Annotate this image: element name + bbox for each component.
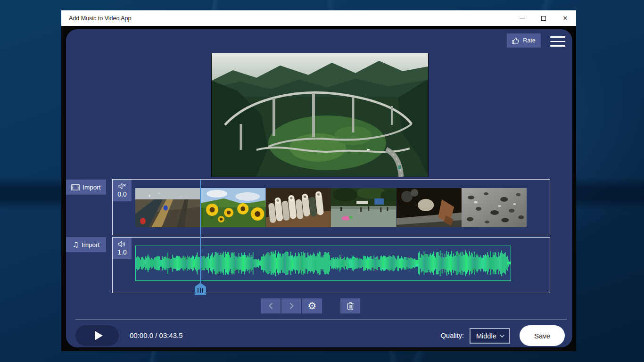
quality-dropdown[interactable]: Middle (470, 328, 510, 344)
settings-button[interactable]: ⚙ (302, 298, 322, 313)
play-icon (95, 331, 103, 340)
minimize-icon (520, 18, 525, 19)
save-label: Save (534, 332, 550, 340)
app-content-panel: Rate (66, 29, 572, 347)
delete-button[interactable] (340, 298, 360, 313)
gear-icon: ⚙ (308, 301, 317, 311)
trash-icon (347, 302, 354, 310)
audio-waveform (136, 246, 511, 280)
bottom-separator (75, 320, 567, 320)
rate-label: Rate (523, 37, 535, 44)
chevron-right-icon (289, 302, 295, 310)
import-audio-label: Import (82, 241, 99, 248)
preview-frame-image (212, 53, 428, 177)
speaker-muted-icon (118, 183, 126, 189)
close-icon: ✕ (563, 15, 568, 22)
titlebar[interactable]: Add Music to Video App ✕ (61, 10, 576, 26)
audio-track[interactable]: 1.0 (112, 237, 550, 293)
video-thumbnail-sunflowers (200, 188, 265, 227)
music-note-icon: ♫ (73, 241, 79, 248)
import-video-button[interactable]: Import (66, 180, 106, 195)
chevron-left-icon (268, 302, 274, 310)
speaker-on-icon (118, 241, 126, 247)
thumbs-up-icon (512, 37, 520, 44)
video-volume-badge[interactable]: 0.0 (113, 180, 132, 201)
app-window: Add Music to Video App ✕ Rate (61, 10, 576, 351)
close-button[interactable]: ✕ (554, 10, 576, 26)
film-icon (71, 184, 80, 190)
import-video-label: Import (83, 184, 100, 191)
hamburger-menu-button[interactable] (550, 35, 566, 48)
audio-clip-trim-handle[interactable] (507, 262, 511, 264)
video-thumbnail-strip[interactable] (135, 188, 527, 227)
import-audio-button[interactable]: ♫ Import (66, 237, 106, 252)
play-button[interactable] (75, 325, 119, 346)
audio-volume-badge[interactable]: 1.0 (113, 238, 132, 259)
rate-button[interactable]: Rate (507, 33, 541, 48)
audio-clip[interactable] (135, 246, 511, 281)
quality-value: Middle (476, 332, 496, 340)
quality-label: Quality: (396, 325, 464, 346)
next-button[interactable] (281, 298, 301, 313)
time-display: 00:00.0 / 03:43.5 (130, 325, 183, 346)
video-thumbnail-paper-rolls (266, 188, 331, 227)
hamburger-menu-icon (550, 36, 565, 38)
video-thumbnail-river (331, 188, 396, 227)
video-track[interactable]: 0.0 (112, 179, 550, 235)
chevron-down-icon (499, 334, 505, 338)
maximize-button[interactable] (533, 10, 554, 26)
video-thumbnail-closeup (396, 188, 462, 227)
maximize-icon (541, 16, 546, 21)
audio-volume-value: 1.0 (117, 248, 126, 256)
save-button[interactable]: Save (520, 325, 565, 346)
video-thumbnail-balloons (135, 188, 200, 227)
video-volume-value: 0.0 (117, 190, 126, 198)
minimize-button[interactable] (511, 10, 533, 26)
video-thumbnail-rocks (462, 188, 527, 227)
window-title: Add Music to Video App (61, 15, 132, 22)
playhead-line (200, 180, 201, 283)
video-preview[interactable] (212, 53, 428, 177)
window-controls: ✕ (511, 10, 576, 26)
previous-button[interactable] (261, 298, 281, 313)
